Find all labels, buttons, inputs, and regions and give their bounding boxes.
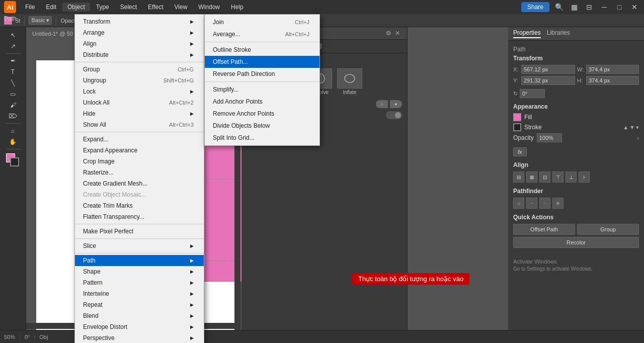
path-divide-objects[interactable]: Divide Objects Below <box>205 120 319 132</box>
menu-view[interactable]: View <box>170 3 193 12</box>
panels-icon[interactable]: ⊟ <box>584 2 595 13</box>
menu-unlock-all[interactable]: Unlock All Alt+Ctrl+2 <box>75 97 204 108</box>
path-average[interactable]: Average... Alt+Ctrl+J <box>205 28 319 40</box>
pen-tool[interactable]: ✒ <box>8 56 18 66</box>
menu-show-all[interactable]: Show All Alt+Ctrl+3 <box>75 119 204 130</box>
align-center-h-btn[interactable]: ⊠ <box>526 172 537 183</box>
menu-group[interactable]: Group Ctrl+G <box>75 64 204 75</box>
menu-rasterize[interactable]: Rasterize... <box>75 167 204 178</box>
cap-open[interactable]: ○ <box>376 100 388 108</box>
menu-envelope-distort[interactable]: Envelope Distort <box>75 321 204 332</box>
menu-ungroup[interactable]: Ungroup Shift+Ctrl+G <box>75 75 204 86</box>
menu-path[interactable]: Path <box>75 255 204 266</box>
pf-exclude-btn[interactable]: ⊕ <box>552 198 564 209</box>
tab-properties[interactable]: Properties <box>513 29 541 38</box>
menu-repeat[interactable]: Repeat <box>75 299 204 310</box>
menu-make-pixel-perfect[interactable]: Make Pixel Perfect <box>75 226 204 237</box>
menu-flatten-transparency[interactable]: Flatten Transparency... <box>75 211 204 222</box>
fill-icon[interactable] <box>513 113 521 121</box>
bevel-toggle[interactable] <box>386 111 402 119</box>
search-icon[interactable]: 🔍 <box>553 2 565 13</box>
menu-file[interactable]: File <box>20 3 40 12</box>
menu-align[interactable]: Align <box>75 38 204 49</box>
path-outline-stroke[interactable]: Outline Stroke <box>205 44 319 56</box>
cap-closed[interactable]: ● <box>390 100 402 108</box>
menu-blend[interactable]: Blend <box>75 310 204 321</box>
menu-transform[interactable]: Transform <box>75 16 204 27</box>
w-input[interactable]: 374.4 px <box>586 65 639 74</box>
menu-slice[interactable]: Slice <box>75 240 204 251</box>
offset-path-button[interactable]: Offset Path <box>513 224 575 235</box>
tab-libraries[interactable]: Libraries <box>547 29 570 38</box>
path-remove-anchor[interactable]: Remove Anchor Points <box>205 108 319 120</box>
stroke-more[interactable]: ▾ <box>636 124 639 131</box>
direct-select-tool[interactable]: ↗ <box>8 41 18 51</box>
align-bottom-btn[interactable]: ⊦ <box>579 172 590 183</box>
opacity-more[interactable]: › <box>637 135 639 141</box>
fx-button[interactable]: fx <box>513 147 527 156</box>
menu-help[interactable]: Help <box>226 3 249 12</box>
menu-distribute[interactable]: Distribute <box>75 49 204 60</box>
paint-tool[interactable]: 🖌 <box>8 100 18 110</box>
share-button[interactable]: Share <box>521 2 549 12</box>
eraser-tool[interactable]: ⌦ <box>8 111 18 121</box>
rect-tool[interactable]: ▭ <box>8 89 18 99</box>
stroke-icon[interactable] <box>513 123 521 131</box>
x-input[interactable]: 567.12 px <box>521 65 575 74</box>
menu-edit[interactable]: Edit <box>41 3 61 12</box>
path-join[interactable]: Join Ctrl+J <box>205 16 319 28</box>
line-tool[interactable]: ╲ <box>8 78 18 88</box>
pf-intersect-btn[interactable]: ∩ <box>539 198 550 209</box>
menu-expand[interactable]: Expand... <box>75 134 204 145</box>
menu-perspective[interactable]: Perspective <box>75 332 204 343</box>
close-icon[interactable]: ✕ <box>629 2 640 13</box>
panel-collapse-icon[interactable]: ✕ <box>395 30 402 37</box>
menu-shape[interactable]: Shape <box>75 266 204 277</box>
y-input[interactable]: 291.32 px <box>521 76 575 85</box>
path-split-grid[interactable]: Split Into Grid... <box>205 132 319 144</box>
path-reverse-direction[interactable]: Reverse Path Direction <box>205 68 319 80</box>
align-left-btn[interactable]: ⊟ <box>513 172 524 183</box>
menu-pattern[interactable]: Pattern <box>75 277 204 288</box>
menu-effect[interactable]: Effect <box>143 3 168 12</box>
menu-object[interactable]: Object <box>62 3 90 12</box>
select-tool[interactable]: ↖ <box>8 30 18 40</box>
align-top-btn[interactable]: ⊤ <box>552 172 564 183</box>
type-tool[interactable]: T <box>8 67 18 77</box>
zoom-tool[interactable]: ⌕ <box>8 126 18 136</box>
menu-crop-image[interactable]: Crop Image <box>75 156 204 167</box>
3d-inflate-btn[interactable]: Inflate <box>337 68 362 95</box>
group-button[interactable]: Group <box>577 224 639 235</box>
menu-expand-appearance[interactable]: Expand Appearance <box>75 145 204 156</box>
menu-gradient-mesh[interactable]: Create Gradient Mesh... <box>75 178 204 189</box>
hand-tool[interactable]: ✋ <box>8 137 18 147</box>
cap-controls[interactable]: ○ ● <box>376 100 402 108</box>
path-simplify[interactable]: Simplify... <box>205 83 319 96</box>
menu-select[interactable]: Select <box>115 3 142 12</box>
grid-icon[interactable]: ▦ <box>569 2 580 13</box>
menu-type[interactable]: Type <box>91 3 114 12</box>
pf-unite-btn[interactable]: ∪ <box>513 198 524 209</box>
menu-window[interactable]: Window <box>193 3 225 12</box>
menu-hide[interactable]: Hide <box>75 108 204 119</box>
angle-input[interactable]: 0° <box>520 89 545 98</box>
h-input[interactable]: 374.4 px <box>586 76 639 85</box>
recolor-button[interactable]: Recolor <box>513 237 639 248</box>
stroke-color[interactable] <box>10 157 19 166</box>
align-center-v-btn[interactable]: ⊥ <box>566 172 577 183</box>
stroke-up[interactable]: ▲ <box>623 124 628 130</box>
pf-minus-btn[interactable]: − <box>526 198 537 209</box>
path-add-anchor[interactable]: Add Anchor Points <box>205 96 319 108</box>
path-offset-path[interactable]: Offset Path... <box>205 56 319 68</box>
opacity-input[interactable]: 100% <box>537 133 562 142</box>
menu-arrange[interactable]: Arrange <box>75 27 204 38</box>
menu-intertwine[interactable]: Intertwine <box>75 288 204 299</box>
menu-trim-marks[interactable]: Create Trim Marks <box>75 200 204 211</box>
align-right-btn[interactable]: ⊡ <box>539 172 550 183</box>
stroke-down[interactable]: ▼ <box>629 124 635 130</box>
minimize-icon[interactable]: ─ <box>599 2 610 13</box>
mode-dropdown[interactable]: Basic ▾ <box>29 16 52 25</box>
maximize-icon[interactable]: □ <box>614 2 625 13</box>
panel-settings-icon[interactable]: ⚙ <box>386 30 393 37</box>
menu-lock[interactable]: Lock <box>75 86 204 97</box>
